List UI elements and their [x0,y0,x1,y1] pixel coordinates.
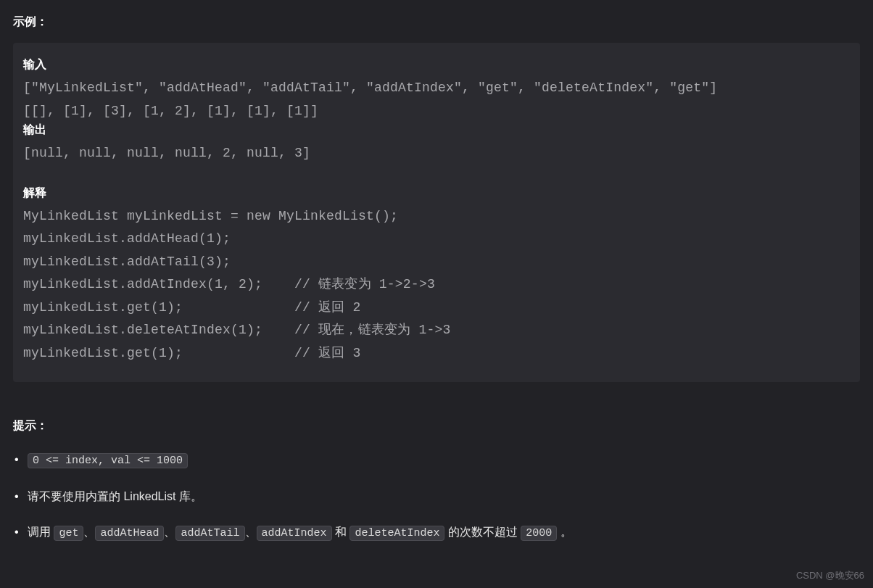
explain-line: myLinkedList.get(1); // 返回 2 [23,297,850,320]
constraint-code: 0 <= index, val <= 1000 [28,453,188,468]
hints-list: 0 <= index, val <= 1000 请不要使用内置的 LinkedL… [13,450,860,542]
input-line-2: [[], [1], [3], [1, 2], [1], [1], [1]] [23,100,850,123]
output-label: 输出 [23,123,850,138]
explain-line: myLinkedList.addAtIndex(1, 2); // 链表变为 1… [23,273,850,297]
hint-text: 、 [164,526,175,538]
hint-text: 请不要使用内置的 LinkedList 库。 [28,490,202,502]
hint-item: 调用 get、addAtHead、addAtTail、addAtIndex 和 … [13,522,860,543]
count-code: 2000 [521,526,557,541]
problem-description: 示例： 输入 ["MyLinkedList", "addAtHead", "ad… [0,0,873,542]
hint-text: 、 [245,526,257,538]
hint-text: 。 [557,526,571,538]
input-line-1: ["MyLinkedList", "addAtHead", "addAtTail… [23,77,850,100]
hint-text: 、 [83,526,95,538]
output-line: [null, null, null, null, 2, null, 3] [23,142,850,165]
hints-heading: 提示： [13,418,860,434]
hint-item: 0 <= index, val <= 1000 [13,450,860,471]
example-code-block: 输入 ["MyLinkedList", "addAtHead", "addAtT… [13,43,860,382]
explain-line: myLinkedList.deleteAtIndex(1); // 现在，链表变… [23,319,850,342]
explain-line: myLinkedList.addAtHead(1); [23,228,850,251]
hint-item: 请不要使用内置的 LinkedList 库。 [13,486,860,506]
method-code: addAtTail [175,526,244,541]
explain-line: MyLinkedList myLinkedList = new MyLinked… [23,205,850,228]
explain-line: myLinkedList.get(1); // 返回 3 [23,342,850,365]
method-code: deleteAtIndex [349,526,444,541]
method-code: addAtHead [95,526,164,541]
hint-text: 的次数不超过 [444,526,521,538]
method-code: get [54,526,83,541]
hint-text: 和 [332,526,350,538]
input-label: 输入 [23,57,850,73]
example-heading: 示例： [13,15,860,30]
method-code: addAtIndex [257,526,332,541]
explain-label: 解释 [23,186,850,201]
explain-line: myLinkedList.addAtTail(3); [23,251,850,274]
hint-text: 调用 [28,526,54,538]
watermark-text: CSDN @晚安66 [796,569,864,582]
